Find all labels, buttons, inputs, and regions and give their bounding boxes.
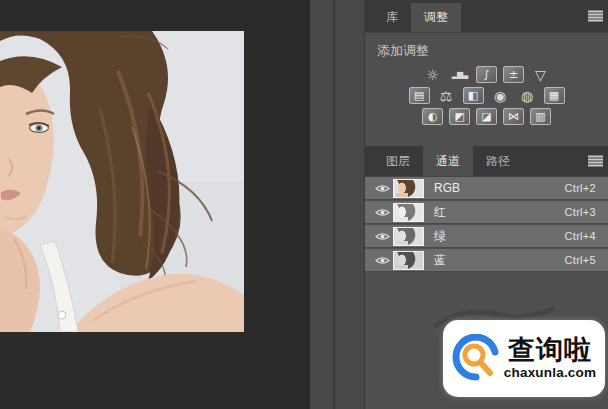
vibrance-icon[interactable]: ▽ xyxy=(530,66,551,83)
posterize-icon[interactable]: ◩ xyxy=(449,108,470,125)
channel-row-red[interactable]: 红 Ctrl+3 xyxy=(365,201,608,224)
channel-mixer-icon[interactable]: ◍ xyxy=(517,87,538,104)
color-balance-icon[interactable]: ⚖ xyxy=(436,87,457,104)
photoshop-window: 库 调整 添加调整 ☼ ▂▆▃ ∫ ± ▽ ▤ ⚖ ◧ ◉ ◍ xyxy=(0,0,608,409)
tab-adjustments[interactable]: 调整 xyxy=(411,3,461,32)
invert-icon[interactable]: ◐ xyxy=(422,108,443,125)
watermark-domain: chaxunla.com xyxy=(504,365,596,380)
color-lookup-icon[interactable]: ▦ xyxy=(544,87,565,104)
adjustments-panel-group: 库 调整 添加调整 ☼ ▂▆▃ ∫ ± ▽ ▤ ⚖ ◧ ◉ ◍ xyxy=(365,0,608,145)
channel-shortcut: Ctrl+2 xyxy=(565,182,608,194)
adjustments-panel-body: 添加调整 ☼ ▂▆▃ ∫ ± ▽ ▤ ⚖ ◧ ◉ ◍ ▦ ◐ xyxy=(365,33,608,145)
panel-menu-icon[interactable] xyxy=(588,156,603,167)
magnifier-logo-icon xyxy=(452,334,500,384)
channel-shortcut: Ctrl+5 xyxy=(565,254,608,266)
document-canvas[interactable] xyxy=(0,31,244,332)
channel-shortcut: Ctrl+4 xyxy=(565,230,608,242)
panel-menu-icon[interactable] xyxy=(588,11,603,22)
selective-color-icon[interactable]: ▥ xyxy=(530,108,551,125)
channel-row-rgb[interactable]: RGB Ctrl+2 xyxy=(365,177,608,200)
channels-tabbar: 图层 通道 路径 xyxy=(365,146,608,177)
channel-name: 蓝 xyxy=(434,252,565,269)
gradient-map-icon[interactable]: ⋈ xyxy=(503,108,524,125)
visibility-eye-icon[interactable] xyxy=(371,255,393,266)
channel-thumbnail xyxy=(393,251,424,270)
tab-paths[interactable]: 路径 xyxy=(473,146,523,176)
site-watermark: 查询啦 chaxunla.com xyxy=(443,320,605,397)
visibility-eye-icon[interactable] xyxy=(371,207,393,218)
add-adjustment-label: 添加调整 xyxy=(365,33,608,62)
adjustment-icon-row-2: ▤ ⚖ ◧ ◉ ◍ ▦ xyxy=(365,87,608,104)
tab-layers[interactable]: 图层 xyxy=(373,146,423,176)
levels-icon[interactable]: ▂▆▃ xyxy=(449,66,470,83)
channel-row-blue[interactable]: 蓝 Ctrl+5 xyxy=(365,249,608,272)
adjustments-tabbar: 库 调整 xyxy=(365,0,608,33)
adjustment-icon-row-3: ◐ ◩ ◪ ⋈ ▥ xyxy=(365,108,608,125)
brightness-contrast-icon[interactable]: ☼ xyxy=(422,66,443,83)
hue-saturation-icon[interactable]: ▤ xyxy=(409,87,430,104)
channel-name: 红 xyxy=(434,204,565,221)
window-edge-divider xyxy=(333,0,335,409)
adjustment-icon-row-1: ☼ ▂▆▃ ∫ ± ▽ xyxy=(365,66,608,83)
black-white-icon[interactable]: ◧ xyxy=(463,87,484,104)
channel-thumbnail xyxy=(393,203,424,222)
threshold-icon[interactable]: ◪ xyxy=(476,108,497,125)
exposure-icon[interactable]: ± xyxy=(503,66,524,83)
channel-thumbnail xyxy=(393,179,424,198)
photo-filter-icon[interactable]: ◉ xyxy=(490,87,511,104)
channel-shortcut: Ctrl+3 xyxy=(565,206,608,218)
channel-thumbnail xyxy=(393,227,424,246)
workspace-gutter xyxy=(310,0,364,409)
channel-row-green[interactable]: 绿 Ctrl+4 xyxy=(365,225,608,248)
portrait-photo xyxy=(0,31,244,332)
curves-icon[interactable]: ∫ xyxy=(476,66,497,83)
visibility-eye-icon[interactable] xyxy=(371,231,393,242)
tab-channels[interactable]: 通道 xyxy=(423,146,473,176)
channel-name: 绿 xyxy=(434,228,565,245)
visibility-eye-icon[interactable] xyxy=(371,183,393,194)
watermark-title: 查询啦 xyxy=(508,337,592,364)
tab-libraries[interactable]: 库 xyxy=(373,3,411,32)
channel-name: RGB xyxy=(434,181,565,195)
